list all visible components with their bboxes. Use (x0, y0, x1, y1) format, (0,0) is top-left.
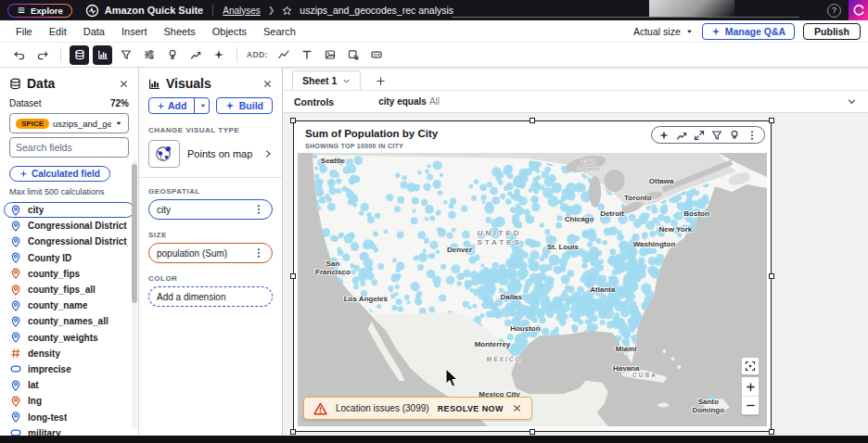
field-density[interactable]: density (4, 346, 134, 361)
text-box-tool-button[interactable] (298, 45, 317, 65)
bulb-icon[interactable] (729, 130, 740, 141)
insights-tool-button[interactable] (162, 45, 182, 65)
image-tool-button[interactable] (321, 45, 340, 65)
kebab-icon[interactable] (253, 247, 264, 259)
field-lng[interactable]: lng (4, 393, 134, 409)
field-search-input[interactable] (16, 142, 141, 153)
field-city[interactable]: city (4, 202, 134, 218)
resize-handle[interactable] (290, 118, 296, 123)
field-long-test[interactable]: long-test (4, 409, 134, 424)
app-logo[interactable]: Amazon Quick Suite (85, 4, 203, 18)
add-visual-caret[interactable] (194, 98, 209, 113)
resize-handle[interactable] (769, 429, 774, 435)
breadcrumb-analyses[interactable]: Analyses (223, 6, 261, 16)
scrollbar-thumb[interactable] (132, 164, 137, 303)
zoom-level-control[interactable]: Actual size (633, 26, 694, 37)
menu-file[interactable]: File (7, 23, 41, 40)
expand-icon[interactable] (694, 130, 705, 141)
pin-icon (10, 285, 21, 296)
field-county-names-all[interactable]: county_names_all (4, 313, 134, 329)
parameters-tool-button[interactable] (139, 45, 159, 65)
manage-qa-button[interactable]: Manage Q&A (702, 23, 795, 40)
field-county-weights[interactable]: county_weights (4, 330, 134, 346)
field-imprecise[interactable]: imprecise (4, 361, 134, 377)
line-visual-tool-button[interactable] (274, 45, 294, 65)
data-panel-scrollbar[interactable] (132, 160, 137, 429)
field-county-fips-all[interactable]: county_fips_all (4, 282, 134, 297)
build-button[interactable]: Build (216, 97, 273, 114)
analytics-tool-button[interactable] (185, 45, 205, 65)
points-on-map-visual[interactable]: SeattleLake SuperiorOttawaTorontoDetroit… (298, 153, 767, 426)
data-panel-close-icon[interactable] (119, 79, 129, 89)
resize-handle[interactable] (290, 429, 296, 435)
pin-icon (10, 396, 21, 407)
field-lat[interactable]: lat (4, 377, 134, 393)
resize-handle[interactable] (530, 118, 535, 123)
resize-handle[interactable] (769, 118, 774, 123)
well-size[interactable]: population (Sum) (148, 243, 273, 263)
zoom-in-button[interactable] (742, 377, 759, 396)
well-geospatial[interactable]: city (148, 199, 273, 220)
location-issues-text: Location issues (3099) (336, 403, 429, 413)
data-tool-button[interactable] (70, 45, 89, 65)
toast-close-icon[interactable] (512, 403, 522, 413)
menu-sheets[interactable]: Sheets (155, 23, 203, 40)
ai-sparkle-icon[interactable] (658, 130, 670, 141)
city-filter-control[interactable]: city equalsAll (378, 96, 440, 107)
pin-icon (10, 252, 21, 263)
field-congressional-district[interactable]: Congressional District (4, 218, 134, 234)
menu-edit[interactable]: Edit (41, 23, 75, 40)
menu-insert[interactable]: Insert (113, 23, 156, 40)
add-section-label: ADD: (247, 50, 268, 59)
visuals-panel-close-icon[interactable] (262, 79, 273, 89)
field-county-id[interactable]: County ID (4, 250, 134, 266)
filter-tool-button[interactable] (116, 45, 135, 65)
hamburger-icon (17, 6, 26, 15)
analytics-icon[interactable] (676, 130, 687, 141)
pin-icon (10, 300, 21, 311)
map-visual-card[interactable]: Sum of Population by City SHOWING TOP 10… (293, 120, 772, 432)
dataset-selector[interactable]: SPICE uszips_and_geocod... (9, 113, 129, 133)
publish-button[interactable]: Publish (803, 23, 861, 40)
bool-icon (10, 363, 21, 374)
assistant-app-icon[interactable] (849, 0, 868, 20)
help-icon[interactable]: ? (827, 4, 841, 18)
field-search[interactable] (9, 137, 129, 158)
embed-tool-button[interactable] (344, 45, 364, 65)
add-visual-split-button[interactable]: Add (148, 97, 210, 114)
filter-icon[interactable] (711, 130, 722, 141)
control-tool-button[interactable] (367, 45, 387, 65)
kebab-icon[interactable] (747, 130, 758, 141)
resolve-now-button[interactable]: RESOLVE NOW (438, 404, 504, 413)
well-color[interactable]: Add a dimension (148, 286, 273, 307)
visuals-tool-button[interactable] (93, 45, 112, 65)
menu-objects[interactable]: Objects (204, 23, 255, 40)
resize-handle[interactable] (290, 273, 296, 279)
hash-icon (10, 348, 21, 359)
sheet-tab-label: Sheet 1 (302, 75, 337, 86)
explore-button[interactable]: Explore (7, 4, 72, 18)
sheet-tab[interactable]: Sheet 1 (292, 70, 361, 90)
menu-data[interactable]: Data (75, 23, 113, 40)
ai-sparkle-tool-button[interactable] (209, 45, 228, 65)
calculated-field-button[interactable]: Calculated field (9, 166, 110, 182)
kebab-icon[interactable] (253, 204, 264, 215)
visual-type-selector[interactable]: Points on map (139, 138, 282, 175)
map-recenter-button[interactable] (741, 357, 760, 375)
favorite-star-icon[interactable] (282, 6, 292, 16)
add-sheet-icon[interactable] (370, 72, 391, 90)
undo-tool-button[interactable] (9, 45, 29, 65)
field-congressional-district-1[interactable]: Congressional District_1 (4, 234, 134, 249)
well-label-geospatial: GEOSPATIAL (139, 182, 282, 199)
zoom-out-button[interactable] (742, 396, 759, 414)
field-county-name[interactable]: county_name (4, 297, 134, 313)
change-visual-type-label: CHANGE VISUAL TYPE (139, 120, 282, 138)
menu-search[interactable]: Search (255, 23, 304, 40)
chevron-down-icon[interactable] (342, 77, 351, 85)
resize-handle[interactable] (530, 429, 535, 435)
field-county-fips[interactable]: county_fips (4, 266, 134, 282)
controls-collapse-icon[interactable] (847, 96, 857, 107)
redo-tool-button[interactable] (32, 45, 52, 65)
resize-handle[interactable] (769, 273, 774, 279)
explore-label: Explore (31, 6, 63, 16)
